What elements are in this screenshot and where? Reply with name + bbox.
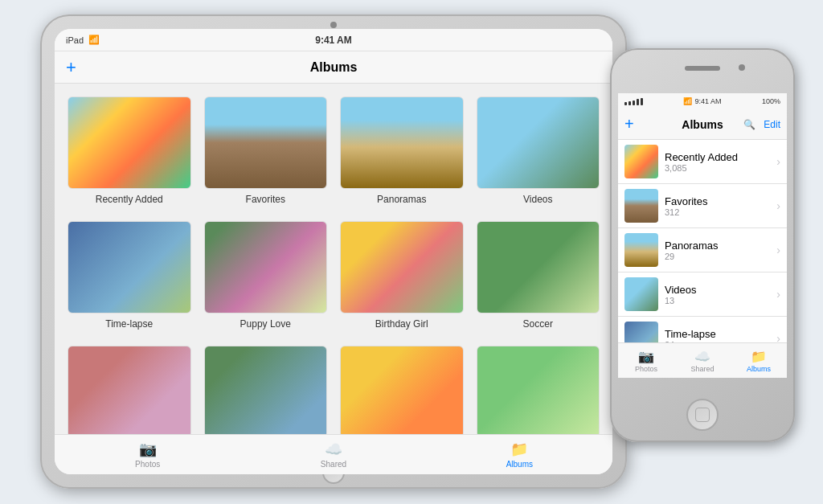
iphone-battery: 100% [762,97,780,105]
iphone-album-favorites[interactable]: Favorites312› [618,184,787,228]
iphone-album-recently-added[interactable]: Recently Added3,085› [618,140,787,184]
iphone-photos-tab-icon: 📷 [638,349,654,364]
albums-tab-label: Albums [506,460,533,469]
ipad-status-left: iPad 📶 [66,35,100,45]
iphone-thumb-favorites [624,189,658,223]
iphone-tab-photos[interactable]: 📷 Photos [618,349,674,373]
iphone-speaker [685,66,720,71]
shared-tab-icon: ☁️ [325,440,342,458]
ipad-album-label-soccer: Soccer [523,318,553,330]
iphone-album-videos[interactable]: Videos13› [618,272,787,317]
iphone-thumb-recently-added [624,145,658,178]
iphone-chevron-recently-added: › [776,155,780,168]
ipad-device: iPad 📶 9:41 AM + Albums Recently AddedFa… [40,14,627,489]
ipad-album-row3a[interactable] [68,346,191,434]
iphone-album-name-favorites: Favorites [665,195,770,207]
ipad-navbar-title: Albums [310,60,358,75]
ipad-album-label-birthdaygirl: Birthday Girl [375,318,428,330]
ipad-album-favorites[interactable]: Favorites [204,96,328,205]
iphone-camera [739,64,745,71]
ipad-wifi-icon: 📶 [88,35,100,45]
ipad-album-thumb-panoramas [340,96,464,189]
iphone-device: 📶 9:41 AM 100% + Albums 🔍 Edit Recently … [610,48,795,442]
photos-tab-icon: 📷 [139,440,157,458]
ipad-album-thumb-birthdaygirl [340,221,464,313]
iphone-album-count-favorites: 312 [665,207,770,217]
ipad-time: 9:41 AM [315,35,352,46]
ipad-album-row3d[interactable] [477,346,600,434]
ipad-album-label-puppylove: Puppy Love [240,318,291,330]
iphone-wifi-icon: 📶 [683,97,692,105]
iphone-album-info-favorites: Favorites312 [665,195,770,217]
ipad-album-thumb-row3c [340,346,464,434]
ipad-album-thumb-row3a [68,346,191,434]
iphone-thumb-videos [624,277,658,311]
ipad-tab-photos[interactable]: 📷 Photos [55,440,240,469]
iphone-navbar-right: 🔍 Edit [743,119,780,130]
iphone-add-button[interactable]: + [624,115,634,133]
iphone-albums-tab-label: Albums [747,365,771,373]
iphone-thumb-panoramas [624,233,658,267]
ipad-device-label: iPad [66,35,84,45]
ipad-album-thumb-recently-added [68,96,191,189]
iphone-screen: 📶 9:41 AM 100% + Albums 🔍 Edit Recently … [618,93,787,378]
ipad-album-birthdaygirl[interactable]: Birthday Girl [340,221,464,330]
iphone-shared-tab-label: Shared [690,365,714,373]
ipad-album-label-recently-added: Recently Added [96,194,163,205]
iphone-home-button[interactable] [686,399,719,431]
ipad-navbar: + Albums [55,51,612,84]
iphone-statusbar: 📶 9:41 AM 100% [618,93,787,109]
ipad-add-button[interactable]: + [66,59,76,76]
iphone-thumb-timelapse [624,322,658,342]
iphone-tabbar: 📷 Photos ☁️ Shared 📁 Albums [618,342,787,378]
ipad-tabbar: 📷 Photos ☁️ Shared 📁 Albums [55,434,612,474]
iphone-albums-list: Recently Added3,085›Favorites312›Panoram… [618,140,787,342]
shared-tab-label: Shared [321,460,346,469]
iphone-album-name-videos: Videos [665,284,770,296]
iphone-album-info-panoramas: Panoramas29 [665,240,770,261]
ipad-album-recently-added[interactable]: Recently Added [68,96,191,205]
iphone-shared-tab-icon: ☁️ [694,349,710,364]
ipad-screen: iPad 📶 9:41 AM + Albums Recently AddedFa… [55,29,612,474]
scene: iPad 📶 9:41 AM + Albums Recently AddedFa… [0,0,823,504]
ipad-camera [330,22,337,28]
ipad-album-panoramas[interactable]: Panoramas [340,96,464,205]
iphone-time: 9:41 AM [694,97,721,105]
iphone-album-timelapse[interactable]: Time-lapse24› [618,317,787,342]
albums-tab-icon: 📁 [510,440,528,458]
iphone-edit-button[interactable]: Edit [764,119,780,130]
ipad-album-thumb-timelapse [68,221,191,313]
iphone-albums-tab-icon: 📁 [751,349,767,364]
ipad-album-thumb-row3d [477,346,600,434]
iphone-tab-shared[interactable]: ☁️ Shared [674,349,731,373]
ipad-album-thumb-row3b [204,346,328,434]
ipad-album-label-favorites: Favorites [246,194,285,205]
ipad-album-puppylove[interactable]: Puppy Love [204,221,328,330]
iphone-album-count-panoramas: 29 [665,252,770,261]
iphone-album-info-recently-added: Recently Added3,085 [665,151,770,173]
iphone-album-info-timelapse: Time-lapse24 [665,328,770,343]
ipad-album-row3b[interactable] [204,346,328,434]
iphone-album-name-recently-added: Recently Added [665,151,770,163]
ipad-album-timelapse[interactable]: Time-lapse [68,221,191,330]
ipad-album-thumb-favorites [204,96,328,189]
ipad-album-label-panoramas: Panoramas [377,194,426,205]
iphone-search-icon[interactable]: 🔍 [743,119,755,130]
ipad-album-thumb-soccer [477,221,600,313]
iphone-chevron-panoramas: › [776,244,780,256]
iphone-chevron-timelapse: › [776,332,780,342]
iphone-album-panoramas[interactable]: Panoramas29› [618,228,787,272]
ipad-tab-shared[interactable]: ☁️ Shared [240,440,426,469]
ipad-album-videos[interactable]: Videos [477,96,600,205]
iphone-album-info-videos: Videos13 [665,284,770,305]
iphone-photos-tab-label: Photos [635,365,657,373]
ipad-album-row3c[interactable] [340,346,464,434]
iphone-tab-albums[interactable]: 📁 Albums [731,349,787,373]
ipad-albums-grid: Recently AddedFavoritesPanoramasVideosTi… [55,84,612,434]
ipad-album-label-videos: Videos [523,194,552,205]
iphone-signal [624,98,643,105]
ipad-tab-albums[interactable]: 📁 Albums [427,440,612,469]
ipad-album-soccer[interactable]: Soccer [477,221,600,330]
iphone-navbar-title: Albums [682,118,723,131]
iphone-album-name-panoramas: Panoramas [665,240,770,252]
